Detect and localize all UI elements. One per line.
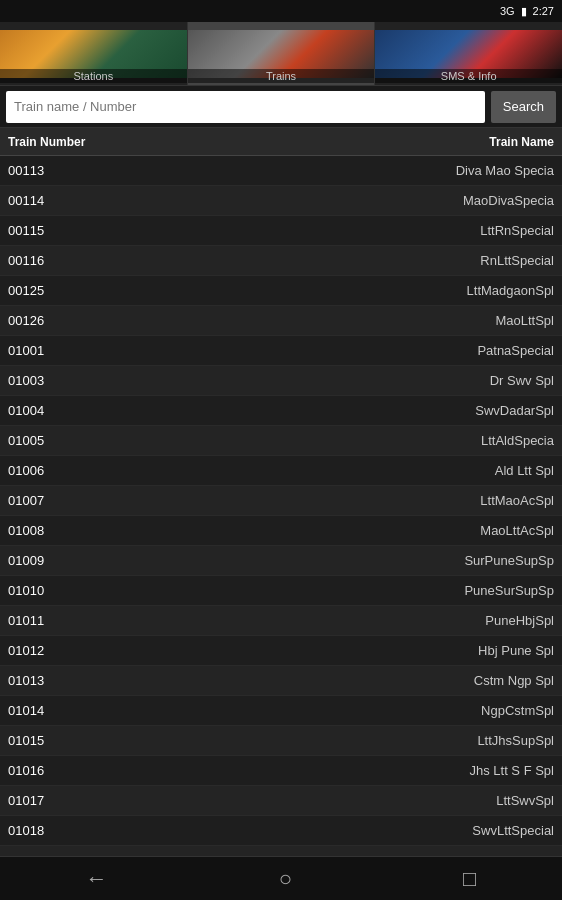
bottom-navigation: ← ○ □ [0,856,562,900]
signal-indicator: 3G [500,5,515,17]
train-name: MaoLttAcSpl [128,523,554,538]
back-button[interactable]: ← [70,862,124,896]
tab-stations[interactable]: Stations [0,22,188,85]
table-row[interactable]: 01006Ald Ltt Spl [0,456,562,486]
table-row[interactable]: 01013Cstm Ngp Spl [0,666,562,696]
train-number: 00115 [8,223,128,238]
train-number: 01004 [8,403,128,418]
train-number: 01007 [8,493,128,508]
train-number: 01016 [8,763,128,778]
train-name: NgpCstmSpl [128,703,554,718]
train-number: 00114 [8,193,128,208]
table-row[interactable]: 01007LttMaoAcSpl [0,486,562,516]
train-name: LttSwvSpl [128,793,554,808]
table-row[interactable]: 00113Diva Mao Specia [0,156,562,186]
train-name: Hbj Pune Spl [128,643,554,658]
train-number: 00116 [8,253,128,268]
table-row[interactable]: 01011PuneHbjSpl [0,606,562,636]
table-row[interactable]: 01001PatnaSpecial [0,336,562,366]
train-name: SwvLttSpecial [128,823,554,838]
train-name: SwvDadarSpl [128,403,554,418]
train-number: 01003 [8,373,128,388]
status-bar: 3G ▮ 2:27 [0,0,562,22]
train-number: 01018 [8,823,128,838]
train-name: Jhs Ltt S F Spl [128,763,554,778]
table-row[interactable]: 00125LttMadgaonSpl [0,276,562,306]
train-name: PatnaSpecial [128,343,554,358]
train-number: 01013 [8,673,128,688]
table-row[interactable]: 01015LttJhsSupSpl [0,726,562,756]
train-number: 01011 [8,613,128,628]
train-name: LttMadgaonSpl [128,283,554,298]
table-row[interactable]: 01017LttSwvSpl [0,786,562,816]
table-row[interactable]: 00116RnLttSpecial [0,246,562,276]
train-number: 01017 [8,793,128,808]
train-name: Ald Ltt Spl [128,463,554,478]
table-row[interactable]: 01008MaoLttAcSpl [0,516,562,546]
table-header: Train Number Train Name [0,128,562,156]
tab-trains-label: Trains [188,69,375,83]
table-row[interactable]: 01005LttAldSpecia [0,426,562,456]
home-button[interactable]: ○ [263,862,308,896]
table-row[interactable]: 01010PuneSurSupSp [0,576,562,606]
train-name: LttJhsSupSpl [128,733,554,748]
table-row[interactable]: 01018SwvLttSpecial [0,816,562,846]
train-number: 00125 [8,283,128,298]
table-row[interactable]: 01003Dr Swv Spl [0,366,562,396]
train-number: 01012 [8,643,128,658]
table-row[interactable]: 01009SurPuneSupSp [0,546,562,576]
train-number: 01010 [8,583,128,598]
train-name: PuneHbjSpl [128,613,554,628]
search-bar: Search [0,86,562,128]
table-row[interactable]: 00114MaoDivaSpecia [0,186,562,216]
tab-sms[interactable]: SMS & Info [375,22,562,85]
train-number: 01009 [8,553,128,568]
train-name: LttAldSpecia [128,433,554,448]
train-name: Dr Swv Spl [128,373,554,388]
train-number: 00113 [8,163,128,178]
train-number: 01006 [8,463,128,478]
column-header-number: Train Number [8,135,128,149]
train-name: LttRnSpecial [128,223,554,238]
tab-trains[interactable]: Trains [188,22,376,85]
train-name: MaoLttSpl [128,313,554,328]
tab-sms-label: SMS & Info [375,69,562,83]
train-name: Diva Mao Specia [128,163,554,178]
clock: 2:27 [533,5,554,17]
table-row[interactable]: 01014NgpCstmSpl [0,696,562,726]
train-number: 01001 [8,343,128,358]
train-number: 01015 [8,733,128,748]
tab-stations-label: Stations [0,69,187,83]
tab-bar: Stations Trains SMS & Info [0,22,562,86]
train-name: RnLttSpecial [128,253,554,268]
column-header-name: Train Name [128,135,554,149]
table-row[interactable]: 00126MaoLttSpl [0,306,562,336]
train-name: PuneSurSupSp [128,583,554,598]
table-row[interactable]: 01012Hbj Pune Spl [0,636,562,666]
table-row[interactable]: 01016Jhs Ltt S F Spl [0,756,562,786]
train-number: 01005 [8,433,128,448]
battery-indicator: ▮ [521,5,527,18]
recent-button[interactable]: □ [447,862,492,896]
search-input[interactable] [6,91,485,123]
search-button[interactable]: Search [491,91,556,123]
train-name: SurPuneSupSp [128,553,554,568]
table-row[interactable]: 01004SwvDadarSpl [0,396,562,426]
train-name: Cstm Ngp Spl [128,673,554,688]
train-number: 01014 [8,703,128,718]
train-number: 01008 [8,523,128,538]
train-name: LttMaoAcSpl [128,493,554,508]
train-list[interactable]: 00113Diva Mao Specia00114MaoDivaSpecia00… [0,156,562,856]
table-row[interactable]: 01019Cstm Lko Spl [0,846,562,856]
train-name: MaoDivaSpecia [128,193,554,208]
table-row[interactable]: 00115LttRnSpecial [0,216,562,246]
train-number: 00126 [8,313,128,328]
